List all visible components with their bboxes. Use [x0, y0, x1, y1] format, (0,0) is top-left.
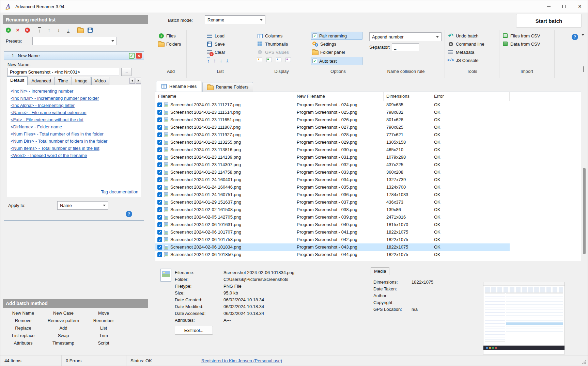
ribbon-collapse-button[interactable]: [583, 67, 584, 72]
tab-scroll-right-button[interactable]: [136, 78, 141, 84]
add-method-move[interactable]: Move: [83, 309, 124, 317]
save-list-button[interactable]: Save: [206, 41, 225, 47]
tab-rename-files[interactable]: Rename Files: [156, 81, 201, 92]
open-preset-button[interactable]: [77, 27, 83, 33]
method-tab-time[interactable]: Time: [55, 77, 71, 85]
command-line-button[interactable]: Command line: [448, 41, 484, 47]
new-name-more-button[interactable]: ...: [121, 68, 131, 76]
row-checkbox[interactable]: ✓: [157, 200, 162, 205]
collision-rule-select[interactable]: Append number: [369, 32, 442, 41]
add-method-trim[interactable]: Trim: [83, 332, 124, 339]
tag-link[interactable]: <Num Items> - Total number of files in t…: [11, 146, 99, 151]
add-method-swap[interactable]: Swap: [43, 332, 83, 339]
column-header-new[interactable]: New Filename: [294, 92, 384, 101]
table-row[interactable]: ✓Screenshot 2024-01-23 111807.pngProgram…: [155, 124, 510, 131]
row-checkbox[interactable]: ✓: [157, 170, 162, 175]
table-row[interactable]: ✓Screenshot 2024-01-23 111927.pngProgram…: [155, 131, 510, 139]
new-name-input[interactable]: [7, 68, 119, 76]
display-mode-4-icon[interactable]: [285, 58, 291, 62]
add-method-add[interactable]: Add: [43, 324, 83, 332]
auto-test-toggle[interactable]: ✓ Auto test: [311, 57, 362, 65]
display-mode-3-icon[interactable]: [276, 58, 281, 62]
row-checkbox[interactable]: ✓: [157, 222, 162, 227]
undo-batch-button[interactable]: ↶ Undo batch: [448, 32, 479, 39]
table-row[interactable]: ✓Screenshot 2024-02-05 142705.pngProgram…: [155, 213, 510, 221]
tab-rename-folders[interactable]: Rename Folders: [202, 82, 253, 92]
column-header-dim[interactable]: Dimensions: [384, 92, 431, 101]
data-from-csv-button[interactable]: Data from CSV: [502, 41, 540, 47]
start-batch-button[interactable]: Start batch: [516, 14, 582, 28]
folder-panel-button[interactable]: Folder panel: [312, 49, 345, 55]
tag-documentation-link[interactable]: Tag documentation: [101, 189, 138, 194]
row-checkbox[interactable]: ✓: [157, 230, 162, 235]
settings-button[interactable]: Settings: [312, 41, 336, 47]
add-method-list[interactable]: List: [83, 324, 124, 332]
media-tab[interactable]: Media: [371, 267, 389, 275]
tag-link[interactable]: <DirName> - Folder name: [11, 124, 62, 129]
load-list-button[interactable]: Load: [206, 32, 225, 39]
table-row[interactable]: ✓Screenshot 2024-02-06 101631.pngProgram…: [155, 221, 510, 228]
row-checkbox[interactable]: ✓: [157, 237, 162, 242]
table-row[interactable]: ✓Screenshot 2024-01-23 113816.pngProgram…: [155, 146, 510, 154]
batch-mode-select[interactable]: Rename: [205, 15, 265, 24]
metadata-button[interactable]: Metadata: [448, 49, 474, 55]
row-checkbox[interactable]: ✓: [157, 192, 162, 197]
tag-link[interactable]: <Inc NrDir> - Incrementing number per fo…: [11, 96, 99, 101]
add-method-replace[interactable]: Replace: [3, 324, 43, 332]
table-row[interactable]: ✓Screenshot 2024-01-24 160751.pngProgram…: [155, 191, 510, 198]
file-list-scrollbar[interactable]: [582, 79, 586, 354]
minimize-button[interactable]: [541, 0, 556, 13]
registration-link[interactable]: Registered to Kim Jensen (Personal use): [201, 358, 282, 363]
tag-link[interactable]: <Inc Alpha> - Incrementing letter: [11, 103, 75, 108]
table-row[interactable]: ✓Screenshot 2024-01-23 114307.pngProgram…: [155, 161, 510, 169]
method-tab-image[interactable]: Image: [72, 77, 91, 85]
thumbnails-button[interactable]: Thumbnails: [257, 41, 288, 47]
table-row[interactable]: ✓Screenshot 2024-02-06 101753.pngProgram…: [155, 236, 510, 243]
close-button[interactable]: ×: [572, 0, 588, 13]
add-method-button[interactable]: +: [5, 27, 11, 33]
row-checkbox[interactable]: ✓: [157, 147, 162, 152]
maximize-button[interactable]: [556, 0, 572, 13]
display-mode-1-icon[interactable]: [257, 58, 262, 62]
tab-scroll-left-button[interactable]: [129, 78, 135, 84]
row-checkbox[interactable]: ✓: [157, 132, 162, 137]
method-title-bar[interactable]: − 1 : New Name ✓ ×: [4, 52, 144, 60]
tag-link[interactable]: <Num Dirs> - Total number of folders in …: [11, 139, 107, 144]
clear-list-button[interactable]: × Clear: [206, 49, 225, 55]
exiftool-button[interactable]: ExifTool...: [175, 326, 213, 335]
row-checkbox[interactable]: ✓: [157, 125, 162, 130]
row-checkbox[interactable]: ✓: [157, 102, 162, 107]
separator-input[interactable]: [392, 43, 419, 51]
add-method-remove-pattern[interactable]: Remove pattern: [43, 317, 83, 324]
add-method-list-replace[interactable]: List replace: [3, 332, 43, 339]
help-button[interactable]: ?: [572, 34, 578, 40]
method-remove-button[interactable]: ×: [136, 53, 142, 59]
table-row[interactable]: ✓Screenshot 2024-02-06 101834.pngProgram…: [155, 243, 510, 251]
tag-link[interactable]: <Name> - File name without extension: [11, 110, 87, 115]
js-console-button[interactable]: </> JS Console: [448, 57, 478, 64]
move-top-button[interactable]: ↑: [36, 27, 43, 33]
row-checkbox[interactable]: ✓: [157, 245, 162, 250]
row-checkbox[interactable]: ✓: [157, 117, 162, 122]
table-row[interactable]: ✓Screenshot 2024-01-23 111651.pngProgram…: [155, 116, 510, 124]
move-file-up-button[interactable]: ↑: [214, 58, 216, 63]
row-checkbox[interactable]: ✓: [157, 252, 162, 257]
table-row[interactable]: ✓Screenshot 2024-01-23 114139.pngProgram…: [155, 154, 510, 161]
tag-link[interactable]: <Word> - Indexed word of the filename: [11, 153, 87, 158]
table-row[interactable]: ✓Screenshot 2024-01-24 160446.pngProgram…: [155, 184, 510, 191]
row-checkbox[interactable]: ✓: [157, 207, 162, 212]
collapse-method-icon[interactable]: −: [6, 53, 9, 59]
tag-link[interactable]: <Inc Nr> - Incrementing number: [11, 89, 73, 94]
table-row[interactable]: ✓Screenshot 2024-01-23 111514.pngProgram…: [155, 109, 510, 116]
method-tab-video[interactable]: Video: [91, 77, 109, 85]
table-row[interactable]: ✓Screenshot 2024-02-06 101850.pngProgram…: [155, 251, 510, 258]
add-method-new-name[interactable]: New Name: [3, 309, 43, 317]
method-enabled-checkbox[interactable]: ✓: [129, 53, 135, 59]
gps-values-button[interactable]: GPS Values: [257, 49, 289, 55]
pair-renaming-toggle[interactable]: ✓ Pair renaming: [311, 32, 362, 40]
presets-select[interactable]: [32, 37, 117, 45]
move-file-bottom-button[interactable]: ↓: [226, 58, 229, 63]
move-bottom-button[interactable]: ↓: [65, 27, 71, 33]
display-mode-2-icon[interactable]: [266, 58, 272, 62]
table-row[interactable]: ✓Screenshot 2024-02-06 101707.pngProgram…: [155, 228, 510, 236]
